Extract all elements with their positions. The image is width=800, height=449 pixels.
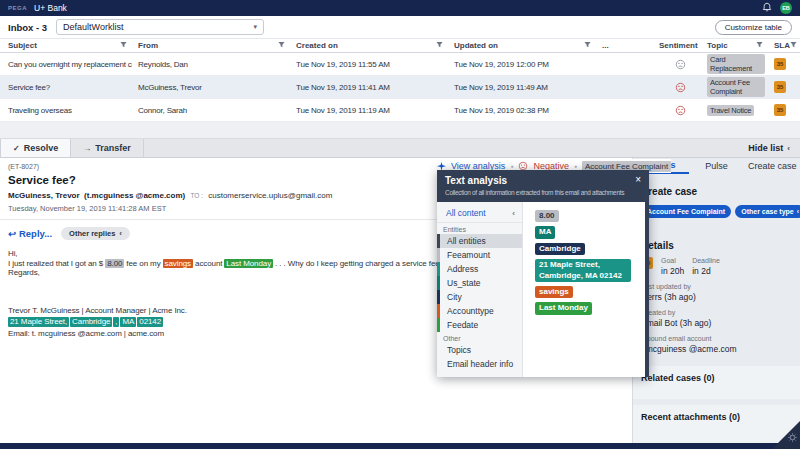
to-label: to : [190, 192, 203, 199]
account-type-highlight: savings [163, 259, 193, 269]
worklist-dropdown[interactable]: DefaultWorklist ▾ [56, 19, 264, 35]
customize-table-button[interactable]: Customize table [715, 20, 792, 35]
popup-scrollbar[interactable] [645, 170, 649, 377]
check-icon: ✓ [13, 144, 20, 153]
table-row[interactable]: Can you overnight my replacement card? R… [0, 53, 800, 76]
details-title: Details [641, 240, 792, 251]
chevron-left-icon: ‹ [119, 229, 122, 238]
tab-pulse[interactable]: Pulse [689, 158, 745, 174]
filter-icon[interactable] [436, 41, 443, 50]
fee-amount-highlight: 8.00 [105, 259, 124, 269]
table-row[interactable]: Traveling overseas Connor, Sarah Tue Nov… [0, 99, 800, 122]
entity-item-us-state[interactable]: Us_state [437, 276, 522, 290]
inbound-email-label: Inbound email account [641, 335, 792, 342]
entity-item-accounttype[interactable]: Accounttype [437, 304, 522, 318]
entity-chip-address: 21 Maple Street, Cambridge, MA 02142 [535, 259, 631, 282]
popup-title: Text analysis [445, 175, 641, 186]
gear-icon[interactable] [787, 429, 798, 447]
cell-from: McGuiness, Trevor [132, 83, 290, 92]
table-header-row: Subject From Created on Updated on ... S… [0, 39, 800, 53]
entity-item-feeamount[interactable]: Feeamount [437, 248, 522, 262]
recent-attachments-title: Recent attachments (0) [641, 412, 792, 422]
other-replies-button[interactable]: Other replies ‹ [61, 227, 130, 240]
sla-badge: 35 [774, 104, 786, 116]
fee-date-highlight: Last Monday [224, 259, 273, 269]
content-filter-dropdown[interactable]: All content ‹ [437, 204, 522, 223]
column-header-more: ... [602, 41, 609, 50]
text-analysis-popup: Text analysis Collection of all informat… [437, 170, 649, 377]
cell-created: Tue Nov 19, 2019 11:55 AM [290, 60, 448, 69]
sla-badge: 35 [774, 81, 786, 93]
table-row-selected[interactable]: Service fee? McGuiness, Trevor Tue Nov 1… [0, 76, 800, 99]
state-highlight: MA [120, 317, 136, 327]
close-icon[interactable]: × [635, 174, 641, 185]
cell-subject: Traveling overseas [0, 106, 132, 115]
entity-group-label: Entities [437, 223, 522, 234]
tab-create-case[interactable]: Create case [744, 158, 800, 174]
column-header-sentiment: Sentiment [659, 41, 698, 50]
entity-item-topics[interactable]: Topics [437, 343, 522, 357]
topic-badge: Travel Notice [707, 105, 754, 116]
cell-from: Connor, Sarah [132, 106, 290, 115]
cell-updated: Tue Nov 19, 2019 11:49 AM [448, 83, 596, 92]
chevron-left-icon: ‹ [512, 209, 515, 218]
other-case-type-button[interactable]: Other case type ‹ [735, 205, 800, 218]
entity-menu: All content ‹ Entities All entities Feea… [437, 202, 523, 377]
last-updated-label: Last updated by [641, 283, 792, 290]
account-fee-complaint-button[interactable]: Account Fee Complaint [641, 205, 731, 218]
hide-list-button[interactable]: Hide list ‹ [738, 139, 800, 157]
inbox-title: Inbox - 3 [8, 22, 47, 33]
arrow-right-icon: → [83, 144, 91, 153]
bottom-bar [0, 443, 800, 449]
entity-item-all[interactable]: All entities [437, 234, 522, 248]
sad-face-icon [653, 105, 701, 116]
cell-created: Tue Nov 19, 2019 11:41 AM [290, 83, 448, 92]
notifications-bell-icon[interactable] [762, 0, 772, 17]
filter-icon[interactable] [790, 41, 797, 50]
list-header: Inbox - 3 DefaultWorklist ▾ Customize ta… [0, 16, 800, 39]
goal-value: in 20h [661, 266, 684, 276]
dot-separator: ● [510, 163, 513, 169]
cell-updated: Tue Nov 19, 2019 12:00 PM [448, 60, 596, 69]
list-footer-strip [0, 122, 800, 139]
goal-label: Goal [661, 257, 684, 264]
entity-item-feedate[interactable]: Feedate [437, 318, 522, 332]
user-avatar[interactable]: EB [780, 2, 792, 14]
entity-item-address[interactable]: Address [437, 262, 522, 276]
related-cases-section[interactable]: Related cases (0) [633, 366, 800, 399]
related-cases-title: Related cases (0) [641, 373, 792, 383]
neutral-face-icon [653, 59, 701, 70]
dot-separator: ● [574, 163, 577, 169]
cell-subject: Service fee? [0, 83, 132, 92]
entity-group-label: Other [437, 332, 522, 343]
column-header-from: From [138, 41, 158, 50]
pega-logo: PEGA [8, 5, 27, 11]
resolve-button[interactable]: ✓ Resolve [0, 139, 71, 157]
cell-created: Tue Nov 19, 2019 11:19 AM [290, 106, 448, 115]
case-sidebar: Details Pulse Create case Create case Ac… [633, 158, 800, 443]
topic-badge: Card Replacement [707, 54, 765, 74]
app-title: U+ Bank [34, 3, 67, 13]
entity-item-city[interactable]: City [437, 290, 522, 304]
created-by-value: Email Bot (3h ago) [641, 318, 792, 328]
sender-email: (t.mcguiness @acme.com) [84, 191, 185, 200]
inbound-email-value: t.mcguiness @acme.com [641, 344, 792, 354]
filter-icon[interactable] [278, 41, 285, 50]
entity-chip-city: Cambridge [535, 243, 585, 255]
transfer-button[interactable]: → Transfer [71, 139, 144, 157]
cell-subject: Can you overnight my replacement card? [0, 60, 132, 69]
filter-icon[interactable] [584, 41, 591, 50]
topic-badge: Account Fee Complaint [707, 77, 765, 97]
deadline-value: in 2d [692, 266, 720, 276]
popup-subtitle: Collection of all information extracted … [445, 189, 641, 196]
entity-chip-feedate: Last Monday [535, 302, 592, 314]
recipient-email: customerservice.uplus@gmail.com [208, 191, 332, 200]
filter-icon[interactable] [120, 41, 127, 50]
zip-highlight: 02142 [137, 317, 163, 327]
entity-item-email-header-info[interactable]: Email header info [437, 357, 522, 371]
column-header-topic: Topic [707, 41, 728, 50]
column-header-updated: Updated on [454, 41, 498, 50]
filter-icon[interactable] [756, 41, 763, 50]
reply-button[interactable]: ↩ Reply... [8, 228, 52, 239]
column-header-sla: SLA [774, 41, 790, 50]
